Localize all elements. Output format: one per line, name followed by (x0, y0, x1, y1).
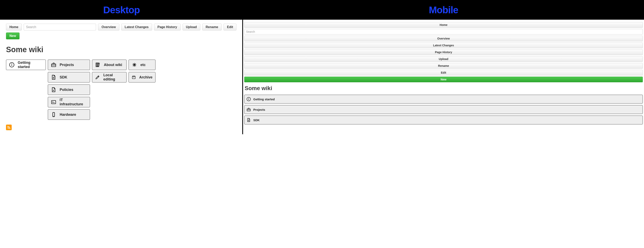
books-icon (95, 62, 101, 68)
terminal-icon (51, 99, 56, 105)
m-latest-changes-button[interactable]: Latest Changes (244, 42, 643, 48)
page-history-button[interactable]: Page History (154, 24, 180, 30)
phone-icon (51, 112, 56, 117)
card-label: About wiki (104, 63, 122, 67)
m-card-getting-started[interactable]: Getting started (244, 95, 643, 104)
card-label: Hardware (60, 113, 76, 117)
m-overview-button[interactable]: Overview (244, 36, 643, 41)
m-edit-button[interactable]: Edit (244, 70, 643, 75)
m-new-button[interactable]: New (244, 77, 643, 82)
card-label: etc (140, 63, 146, 67)
m-upload-button[interactable]: Upload (244, 56, 643, 62)
overview-button[interactable]: Overview (98, 24, 119, 30)
file-icon (246, 118, 251, 122)
info-icon (246, 97, 251, 101)
card-label: Getting started (253, 97, 275, 101)
m-card-projects[interactable]: Projects (244, 105, 643, 114)
briefcase-icon (246, 107, 251, 112)
card-projects[interactable]: Projects (48, 60, 90, 70)
m-rename-button[interactable]: Rename (244, 63, 643, 69)
file-check-icon (51, 87, 56, 92)
card-label: SDK (60, 75, 67, 79)
info-icon (9, 62, 14, 68)
new-button[interactable]: New (6, 32, 20, 39)
card-label: Getting started (18, 61, 43, 69)
latest-changes-button[interactable]: Latest Changes (121, 24, 152, 30)
card-label: SDK (253, 118, 260, 122)
file-icon (51, 74, 56, 80)
card-local-editing[interactable]: Local editing (92, 72, 126, 82)
edit-button[interactable]: Edit (224, 24, 236, 30)
card-label: Archive (139, 75, 152, 79)
banner-mobile-label: Mobile (429, 4, 458, 15)
card-archive[interactable]: Archive (128, 72, 156, 82)
m-search-input[interactable] (244, 29, 643, 34)
card-sdk[interactable]: SDK (48, 72, 90, 82)
upload-button[interactable]: Upload (182, 24, 200, 30)
card-about-wiki[interactable]: About wiki (92, 60, 126, 70)
banner-desktop-label: Desktop (103, 4, 140, 15)
briefcase-icon (51, 62, 56, 68)
svg-point-20 (8, 128, 8, 129)
card-getting-started[interactable]: Getting started (6, 60, 46, 70)
asterisk-icon (132, 62, 137, 68)
card-label: IT infrastructure (60, 98, 87, 106)
page-title: Some wiki (6, 45, 242, 54)
card-label: Policies (60, 88, 73, 92)
pencil-icon (95, 74, 100, 80)
rss-icon[interactable] (6, 125, 12, 130)
rename-button[interactable]: Rename (202, 24, 222, 30)
card-policies[interactable]: Policies (48, 84, 90, 95)
card-etc[interactable]: etc (128, 60, 156, 70)
card-label: Projects (253, 108, 265, 111)
home-button[interactable]: Home (6, 24, 22, 30)
m-page-history-button[interactable]: Page History (244, 49, 643, 55)
toolbar: Home Overview Latest Changes Page Histor… (6, 24, 242, 39)
m-page-title: Some wiki (245, 85, 643, 91)
search-input[interactable] (24, 24, 96, 30)
card-label: Projects (60, 63, 74, 67)
card-it-infrastructure[interactable]: IT infrastructure (48, 97, 90, 107)
archive-box-icon (132, 74, 136, 80)
card-hardware[interactable]: Hardware (48, 109, 90, 120)
m-home-button[interactable]: Home (244, 22, 643, 28)
m-card-sdk[interactable]: SDK (244, 116, 643, 124)
card-label: Local editing (103, 73, 124, 81)
